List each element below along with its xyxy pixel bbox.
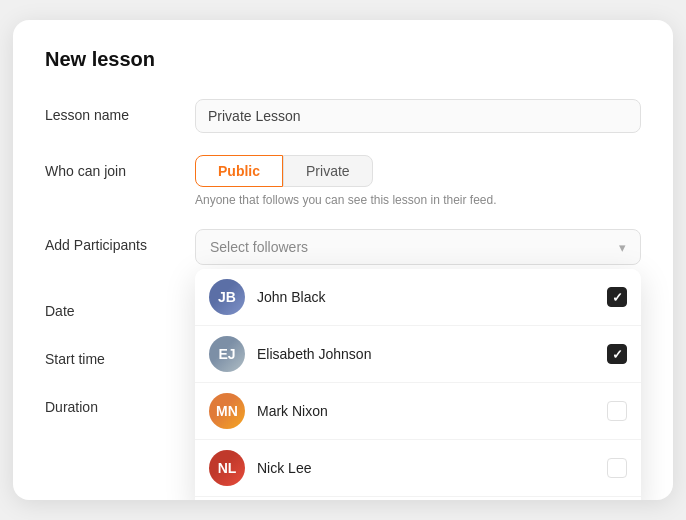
select-followers-placeholder: Select followers bbox=[210, 239, 308, 255]
private-button[interactable]: Private bbox=[283, 155, 373, 187]
lesson-name-content bbox=[195, 99, 641, 133]
duration-label: Duration bbox=[45, 399, 195, 415]
page-title: New lesson bbox=[45, 48, 641, 71]
lesson-name-input[interactable] bbox=[195, 99, 641, 133]
participant-item-elisabeth[interactable]: EJ Elisabeth Johnson bbox=[195, 326, 641, 383]
checkbox-nick[interactable] bbox=[607, 458, 627, 478]
avatar-john: JB bbox=[209, 279, 245, 315]
checkbox-mark[interactable] bbox=[607, 401, 627, 421]
participant-item-denise[interactable]: DR Denise Richardson bbox=[195, 497, 641, 500]
participants-section: Select followers ▾ JB John Black EJ Elis… bbox=[195, 229, 641, 265]
date-label: Date bbox=[45, 303, 195, 319]
add-participants-label: Add Participants bbox=[45, 229, 195, 253]
chevron-down-icon: ▾ bbox=[619, 240, 626, 255]
participant-name-mark: Mark Nixon bbox=[257, 403, 607, 419]
public-button[interactable]: Public bbox=[195, 155, 283, 187]
visibility-hint: Anyone that follows you can see this les… bbox=[195, 193, 641, 207]
participant-item-nick[interactable]: NL Nick Lee bbox=[195, 440, 641, 497]
participant-item-john[interactable]: JB John Black bbox=[195, 269, 641, 326]
participant-name-john: John Black bbox=[257, 289, 607, 305]
participant-name-elisabeth: Elisabeth Johnson bbox=[257, 346, 607, 362]
participant-name-nick: Nick Lee bbox=[257, 460, 607, 476]
lesson-name-label: Lesson name bbox=[45, 99, 195, 123]
participant-item-mark[interactable]: MN Mark Nixon bbox=[195, 383, 641, 440]
avatar-elisabeth: EJ bbox=[209, 336, 245, 372]
avatar-nick: NL bbox=[209, 450, 245, 486]
participants-list-scroll: JB John Black EJ Elisabeth Johnson MN Ma… bbox=[195, 269, 641, 500]
participants-dropdown-list: JB John Black EJ Elisabeth Johnson MN Ma… bbox=[195, 269, 641, 500]
who-can-join-content: Public Private Anyone that follows you c… bbox=[195, 155, 641, 207]
start-time-label: Start time bbox=[45, 351, 195, 367]
checkbox-elisabeth[interactable] bbox=[607, 344, 627, 364]
visibility-toggle: Public Private bbox=[195, 155, 641, 187]
who-can-join-row: Who can join Public Private Anyone that … bbox=[45, 155, 641, 207]
lesson-name-row: Lesson name bbox=[45, 99, 641, 133]
new-lesson-card: New lesson Lesson name Who can join Publ… bbox=[13, 20, 673, 500]
avatar-mark: MN bbox=[209, 393, 245, 429]
add-participants-row: Add Participants Select followers ▾ JB J… bbox=[45, 229, 641, 265]
select-followers-dropdown[interactable]: Select followers ▾ bbox=[195, 229, 641, 265]
checkbox-john[interactable] bbox=[607, 287, 627, 307]
who-can-join-label: Who can join bbox=[45, 155, 195, 179]
